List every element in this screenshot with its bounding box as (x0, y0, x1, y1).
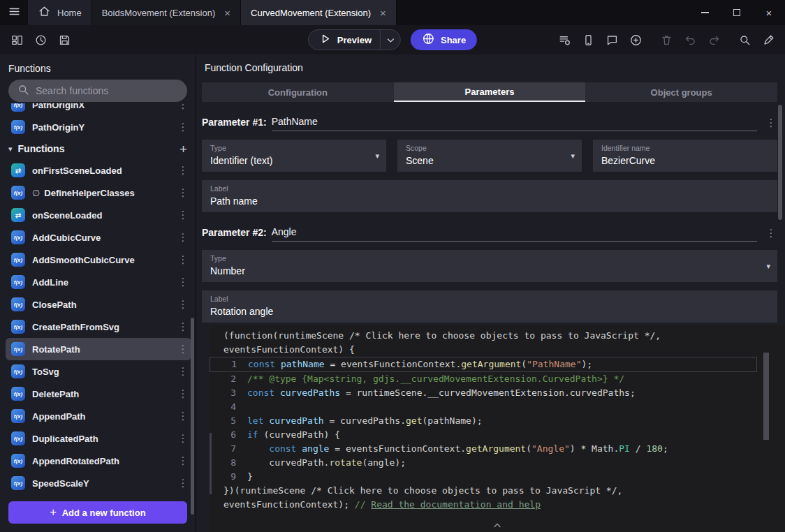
history-icon[interactable] (31, 30, 50, 50)
code-line-7[interactable]: 7 const angle = eventsFunctionContext.ge… (210, 442, 757, 456)
function-item-pathoriginx[interactable]: f(x)PathOriginX⋮ (6, 103, 191, 116)
function-item-createpathfromsvg[interactable]: f(x)CreatePathFromSvg⋮ (6, 316, 191, 338)
parameter-2-label-input[interactable]: Label Rotation angle (202, 290, 777, 323)
tab-object-groups[interactable]: Object groups (585, 82, 777, 102)
documentation-link[interactable]: Read the documentation and help (371, 499, 541, 510)
remote-preview-icon[interactable] (555, 30, 574, 50)
function-item-onsceneloaded[interactable]: ⇄onSceneLoaded⋮ (6, 204, 191, 226)
function-item-closepath[interactable]: f(x)ClosePath⋮ (6, 293, 191, 316)
function-item-menu-icon[interactable]: ⋮ (176, 121, 190, 133)
menu-button[interactable] (0, 0, 28, 25)
function-item-menu-icon[interactable]: ⋮ (176, 231, 190, 244)
code-token: = eventsFunctionContext. (329, 443, 466, 454)
tab-boidsmovement[interactable]: BoidsMovement (Extension) × (92, 0, 241, 25)
tab-configuration[interactable]: Configuration (202, 82, 394, 102)
function-item-addline[interactable]: f(x)AddLine⋮ (6, 271, 191, 293)
code-line-1[interactable]: 1const pathName = eventsFunctionContext.… (210, 357, 757, 372)
close-tab-icon[interactable]: × (380, 7, 386, 19)
code-line-2[interactable]: 2/** @type {Map<string, gdjs.__curvedMov… (210, 372, 757, 386)
function-item-appendrotatedpath[interactable]: f(x)AppendRotatedPath⋮ (6, 450, 191, 472)
function-item-menu-icon[interactable]: ⋮ (176, 387, 190, 400)
function-item-duplicatedpath[interactable]: f(x)DuplicatedPath⋮ (6, 427, 191, 450)
close-tab-icon[interactable]: × (224, 7, 230, 19)
code-editor[interactable]: (function(runtimeScene /* Click here to … (210, 325, 785, 532)
share-button[interactable]: Share (411, 29, 477, 50)
globe-icon (422, 32, 435, 47)
code-line-4[interactable]: 4 (210, 400, 757, 414)
chevron-down-icon[interactable] (381, 34, 400, 47)
sidebar-scrollbar[interactable] (191, 318, 194, 515)
function-item-appendpath[interactable]: f(x)AppendPath⋮ (6, 405, 191, 427)
tab-home[interactable]: Home (28, 0, 92, 25)
parameter-1-scope-select[interactable]: Scope Scene ▾ (397, 140, 582, 172)
search-functions-input[interactable] (36, 85, 179, 96)
search-functions-box[interactable] (8, 80, 187, 102)
function-item-menu-icon[interactable]: ⋮ (176, 298, 190, 311)
function-item-menu-icon[interactable]: ⋮ (176, 477, 190, 489)
parameter-1-type-select[interactable]: Type Identifier (text) ▾ (202, 140, 386, 172)
function-fx-icon: f(x) (11, 275, 25, 289)
function-item-menu-icon[interactable]: ⋮ (176, 320, 190, 333)
parameter-1-fields: Type Identifier (text) ▾ Scope Scene ▾ I… (202, 140, 777, 172)
field-value: BezierCurve (601, 155, 759, 166)
tab-curvedmovement[interactable]: CurvedMovement (Extension) × (241, 0, 397, 25)
preview-button[interactable]: Preview (308, 29, 401, 50)
feedback-icon[interactable] (602, 30, 622, 50)
functions-section-header[interactable]: ▾ Functions + (6, 138, 191, 159)
function-item-speedscaley[interactable]: f(x)SpeedScaleY⋮ (6, 472, 191, 494)
function-item-deletepath[interactable]: f(x)DeletePath⋮ (6, 383, 191, 405)
parameter-2-type-select[interactable]: Type Number ▾ (202, 250, 777, 282)
search-icon[interactable] (735, 30, 754, 50)
function-item-rotatepath[interactable]: f(x)RotatePath⋮ (6, 338, 191, 360)
code-line-9[interactable]: 9} (210, 470, 757, 484)
function-item-tosvg[interactable]: f(x)ToSvg⋮ (6, 360, 191, 383)
parameter-2-menu-icon[interactable]: ⋮ (764, 227, 778, 242)
add-function-plus-icon[interactable]: + (179, 142, 187, 156)
parameter-1-name-input[interactable]: PathName (272, 116, 757, 131)
tab-parameters[interactable]: Parameters (394, 82, 586, 102)
main-scrollbar[interactable] (778, 105, 782, 220)
add-new-function-button[interactable]: + Add a new function (8, 501, 187, 524)
code-line-3[interactable]: 3const curvedPaths = runtimeScene.__curv… (210, 386, 757, 400)
parameter-2-name-input[interactable]: Angle (272, 226, 757, 242)
trash-icon[interactable] (656, 30, 676, 50)
function-item-menu-icon[interactable]: ⋮ (176, 209, 190, 221)
function-item-definehelperclasses[interactable]: f(x)∅DefineHelperClasses⋮ (6, 182, 191, 204)
close-button[interactable]: × (753, 0, 785, 25)
minimize-button[interactable] (689, 0, 721, 25)
function-item-addsmoothcubiccurve[interactable]: f(x)AddSmoothCubicCurve⋮ (6, 249, 191, 271)
line-number: 4 (210, 400, 247, 414)
function-item-menu-icon[interactable]: ⋮ (176, 365, 190, 378)
function-item-menu-icon[interactable]: ⋮ (176, 343, 190, 355)
parameter-1-prefix: Parameter #1: (202, 117, 267, 131)
code-editor-scrollbar[interactable] (763, 353, 769, 440)
save-icon[interactable] (54, 30, 74, 50)
function-item-menu-icon[interactable]: ⋮ (176, 410, 190, 422)
maximize-button[interactable] (721, 0, 753, 25)
undo-icon[interactable] (680, 30, 700, 50)
code-line-5[interactable]: 5let curvedPath = curvedPaths.get(pathNa… (210, 414, 757, 428)
layout-icon[interactable] (7, 30, 27, 50)
theme-icon[interactable] (758, 30, 778, 50)
function-item-menu-icon[interactable]: ⋮ (176, 103, 190, 111)
function-item-pathoriginy[interactable]: f(x)PathOriginY⋮ (6, 116, 191, 138)
function-item-menu-icon[interactable]: ⋮ (176, 186, 190, 199)
function-item-menu-icon[interactable]: ⋮ (176, 455, 190, 467)
function-item-onfirstsceneloaded[interactable]: ⇄onFirstSceneLoaded⋮ (6, 159, 191, 182)
function-item-menu-icon[interactable]: ⋮ (176, 276, 190, 288)
code-line-8[interactable]: 8 curvedPath.rotate(angle); (210, 456, 757, 470)
add-icon[interactable] (626, 30, 645, 50)
function-item-menu-icon[interactable]: ⋮ (176, 432, 190, 445)
code-line-6[interactable]: 6if (curvedPath) { (210, 428, 757, 442)
function-item-addcubiccurve[interactable]: f(x)AddCubicCurve⋮ (6, 226, 191, 249)
collapse-arrow-icon[interactable]: ▾ (8, 145, 13, 154)
redo-icon[interactable] (704, 30, 724, 50)
function-item-menu-icon[interactable]: ⋮ (176, 164, 190, 177)
parameter-1-label-input[interactable]: Label Path name (202, 180, 777, 212)
code-text: const curvedPaths = runtimeScene.__curve… (247, 386, 636, 400)
parameter-1-identifier-input[interactable]: Identifier name BezierCurve (593, 140, 777, 172)
chevron-up-icon[interactable] (491, 519, 504, 532)
function-item-menu-icon[interactable]: ⋮ (176, 253, 190, 266)
mobile-preview-icon[interactable] (578, 30, 598, 50)
parameter-1-menu-icon[interactable]: ⋮ (764, 117, 778, 131)
